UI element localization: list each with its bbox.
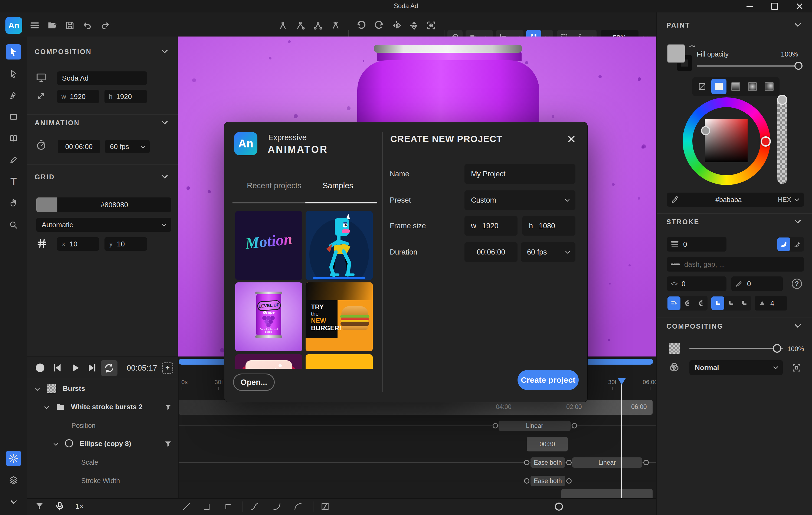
- layer-opacity-slider[interactable]: [689, 348, 783, 349]
- saturation-square[interactable]: [705, 119, 748, 162]
- paint-radial-button[interactable]: [745, 79, 760, 94]
- easing-hold-start-button[interactable]: [224, 502, 233, 512]
- dash-offset-field[interactable]: <> 0: [667, 276, 726, 291]
- direct-select-tool[interactable]: [5, 66, 22, 82]
- sample-troll[interactable]: [306, 211, 373, 280]
- layer-row-ellipse[interactable]: Ellipse (copy 8): [27, 435, 179, 453]
- paint-collapse[interactable]: [795, 21, 800, 27]
- select-tool[interactable]: [5, 44, 22, 60]
- transform-origin-button[interactable]: [423, 17, 439, 34]
- flip-horizontal-button[interactable]: [388, 17, 405, 34]
- saturation-knob[interactable]: [701, 126, 710, 135]
- library-tool[interactable]: [5, 130, 22, 146]
- easing-segment[interactable]: Ease both: [530, 476, 565, 486]
- menu-button[interactable]: [27, 17, 43, 34]
- eyedropper-icon[interactable]: [671, 195, 679, 204]
- fill-opacity-slider[interactable]: [697, 65, 800, 66]
- node-remove-tool[interactable]: [310, 17, 326, 34]
- keyframe[interactable]: [643, 460, 649, 465]
- node-tool[interactable]: [275, 17, 291, 34]
- stroke-profile-field[interactable]: 0: [731, 276, 783, 291]
- miter-limit-field[interactable]: 4: [755, 296, 787, 310]
- animation-fps-dropdown[interactable]: 60 fps: [105, 140, 150, 153]
- sample-face[interactable]: [235, 354, 302, 369]
- paint-linear-button[interactable]: [728, 79, 743, 94]
- keyframe[interactable]: [493, 423, 498, 428]
- stroke-over-fill-button[interactable]: [790, 238, 803, 251]
- property-row-scale[interactable]: Scale: [27, 454, 179, 471]
- collapse-group[interactable]: [45, 405, 49, 410]
- paint-pattern-button[interactable]: [762, 79, 777, 94]
- easing-linear-button[interactable]: [182, 502, 191, 512]
- frame-height-field[interactable]: h 1080: [522, 216, 575, 236]
- composition-collapse[interactable]: [163, 48, 167, 54]
- sample-404[interactable]: 404: [306, 354, 373, 369]
- keyframe[interactable]: [566, 478, 572, 484]
- join-bevel-button[interactable]: [737, 297, 751, 310]
- playhead-handle[interactable]: [618, 378, 626, 385]
- shape-tool[interactable]: [5, 109, 22, 125]
- sample-motion[interactable]: Motion: [235, 211, 302, 280]
- add-keyframe-button[interactable]: +: [162, 362, 173, 374]
- paint-solid-button[interactable]: [711, 79, 726, 94]
- easing-ease-in-button[interactable]: [272, 502, 282, 512]
- node-convert-tool[interactable]: [327, 17, 344, 34]
- grid-x-field[interactable]: x 10: [57, 237, 99, 251]
- sample-burger[interactable]: TRY the NEW BURGER!: [306, 282, 373, 351]
- maximize-button[interactable]: [766, 0, 783, 12]
- grid-color-swatch[interactable]: [36, 198, 57, 212]
- easing-segment[interactable]: Ease both: [530, 457, 565, 468]
- easing-segment[interactable]: Linear: [572, 457, 642, 468]
- easing-hold-end-button[interactable]: [203, 502, 212, 512]
- filter-tracks-button[interactable]: [35, 502, 45, 512]
- keyframe[interactable]: [566, 460, 572, 465]
- sample-grape-can[interactable]: LEVEL UP Grape Soda for the real people: [235, 282, 302, 351]
- group-clip-bar[interactable]: 04:00 02:00 06:00: [179, 400, 652, 415]
- open-project-button[interactable]: Open...: [233, 373, 275, 391]
- property-row-stroke-width[interactable]: Stroke Width: [27, 472, 179, 490]
- audio-button[interactable]: [55, 501, 65, 512]
- frame-width-field[interactable]: w 1920: [464, 216, 518, 236]
- node-add-tool[interactable]: [292, 17, 309, 34]
- go-to-end-button[interactable]: [87, 362, 97, 374]
- keyframe[interactable]: [572, 423, 577, 428]
- pencil-tool[interactable]: [5, 152, 22, 168]
- fps-dropdown[interactable]: 60 fps: [521, 242, 575, 262]
- join-miter-button[interactable]: [711, 297, 724, 310]
- hue-knob[interactable]: [760, 136, 771, 147]
- cap-square-button[interactable]: [694, 297, 707, 310]
- loop-button[interactable]: [101, 360, 117, 376]
- property-row-position[interactable]: Position: [27, 417, 179, 434]
- easing-ease-both-button[interactable]: [250, 502, 259, 512]
- color-hex-field[interactable]: #bababa HEX: [667, 192, 804, 207]
- minimize-button[interactable]: [742, 0, 758, 12]
- text-tool[interactable]: T: [5, 173, 22, 190]
- rotate-cw-button[interactable]: [371, 17, 387, 34]
- hand-tool[interactable]: [5, 195, 22, 211]
- stroke-collapse[interactable]: [795, 218, 800, 224]
- partial-clip-bar[interactable]: [561, 489, 652, 499]
- playhead-line[interactable]: [621, 379, 622, 499]
- easing-ease-out-button[interactable]: [293, 502, 302, 512]
- grid-color-hex-field[interactable]: #808080: [57, 198, 171, 212]
- playback-speed[interactable]: 1×: [75, 502, 84, 511]
- cap-round-button[interactable]: [680, 297, 693, 310]
- layer-row-group[interactable]: White stroke bursts 2: [27, 399, 179, 416]
- zoom-tool[interactable]: [5, 217, 22, 233]
- open-file-button[interactable]: [44, 17, 60, 34]
- swap-fill-stroke-icon[interactable]: [687, 44, 696, 54]
- preset-dropdown[interactable]: Custom: [464, 190, 575, 210]
- composition-width-field[interactable]: w 1920: [57, 90, 99, 103]
- blend-mode-dropdown[interactable]: Normal: [689, 360, 783, 375]
- fill-swatch[interactable]: [667, 44, 685, 63]
- animation-duration-field[interactable]: 00:06:00: [58, 140, 100, 153]
- alpha-knob[interactable]: [777, 95, 787, 105]
- go-to-start-button[interactable]: [52, 362, 63, 374]
- rotate-ccw-button[interactable]: [353, 17, 370, 34]
- pen-tool[interactable]: [5, 87, 22, 103]
- keyframe[interactable]: [524, 478, 529, 484]
- layer-row-bursts[interactable]: Bursts: [27, 380, 179, 398]
- layer-opacity-knob[interactable]: [773, 344, 781, 353]
- grid-mode-dropdown[interactable]: Automatic: [36, 218, 171, 232]
- isolate-button[interactable]: [792, 363, 802, 374]
